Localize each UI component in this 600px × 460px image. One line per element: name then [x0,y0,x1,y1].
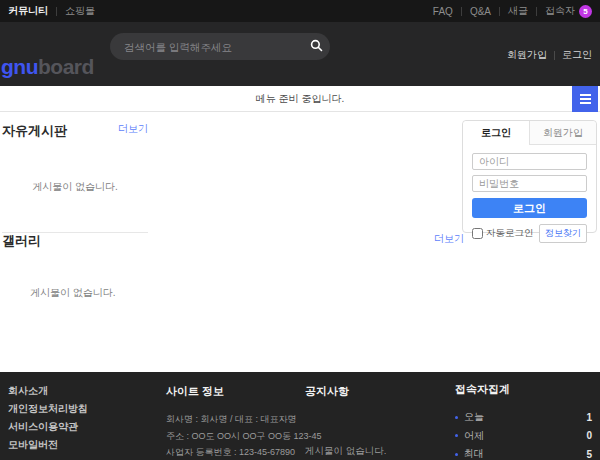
auto-login-label: 자동로그인 [486,227,534,240]
footer-link-mobile[interactable]: 모바일버전 [8,438,88,452]
footer-visitors-column: 접속자집계 오늘 1 어제 0 최대 5 [455,382,595,460]
site-footer: 회사소개 개인정보처리방침 서비스이용약관 모바일버전 사이트 정보 회사명 :… [0,372,600,460]
main-menu-bar: 메뉴 준비 중입니다. [0,86,600,112]
visitor-stat-label: 최대 [464,447,586,460]
notice-title: 공지사항 [305,384,435,399]
find-info-button[interactable]: 정보찾기 [539,224,587,243]
visitor-stat-row: 어제 0 [455,429,595,443]
site-info-line: 회사명 : 회사명 / 대표 : 대표자명 [166,413,306,426]
site-info-line: 사업자 등록번호 : 123-45-67890 [166,446,306,459]
site-logo[interactable]: gnuboard [1,55,94,79]
site-info-line: 주소 : OO도 OO시 OO구 OO동 123-45 [166,430,306,443]
login-id-field[interactable] [472,153,587,170]
login-form: 로그인 자동로그인 정보찾기 [463,145,596,243]
visitor-stat-value: 0 [586,430,595,441]
visitors-title: 접속자집계 [455,382,595,397]
footer-link-terms[interactable]: 서비스이용약관 [8,420,88,434]
topbar-faq-link[interactable]: FAQ [425,6,461,17]
visitor-count-badge: 5 [579,5,592,18]
visitor-stat-label: 오늘 [464,410,586,424]
logo-part-board: board [38,55,94,78]
search-input[interactable] [110,41,302,53]
search-icon [310,39,323,55]
topbar-qna-link[interactable]: Q&A [462,6,499,17]
header-login-link[interactable]: 로그인 [555,48,592,62]
header-join-link[interactable]: 회원가입 [500,48,554,62]
login-box: 로그인 회원가입 로그인 자동로그인 정보찾기 [462,120,597,233]
auto-login-option[interactable]: 자동로그인 [472,227,534,240]
site-header: gnuboard 회원가입 로그인 [0,22,600,86]
topbar-shop-link[interactable]: 쇼핑몰 [57,4,103,18]
gallery-empty-text: 게시물이 없습니다. [2,286,464,300]
topbar-community-link[interactable]: 커뮤니티 [8,4,56,18]
footer-links-column: 회사소개 개인정보처리방침 서비스이용약관 모바일버전 [8,384,88,452]
footer-link-company[interactable]: 회사소개 [8,384,88,398]
main-content: 자유게시판 더보기 게시물이 없습니다. 갤러리 더보기 게시물이 없습니다. … [0,112,600,372]
footer-site-info-column: 사이트 정보 회사명 : 회사명 / 대표 : 대표자명 주소 : OO도 OO… [166,384,306,460]
visitor-stat-row: 오늘 1 [455,410,595,424]
bullet-icon [455,453,458,456]
visitors-label: 접속자 [545,4,575,18]
header-member-links: 회원가입 로그인 [500,48,592,62]
visitor-stat-value: 1 [586,412,595,423]
bullet-icon [455,416,458,419]
auto-login-checkbox[interactable] [472,228,483,239]
search-bar [110,33,330,60]
site-info-title: 사이트 정보 [166,384,306,399]
top-utility-bar: 커뮤니티 쇼핑몰 FAQ Q&A 새글 접속자 5 [0,0,600,22]
free-board-empty-text: 게시물이 없습니다. [2,180,148,194]
latest-board-free: 자유게시판 더보기 게시물이 없습니다. [2,122,148,233]
topbar-left-group: 커뮤니티 쇼핑몰 [8,0,103,22]
free-board-more-link[interactable]: 더보기 [118,122,148,136]
topbar-right-group: FAQ Q&A 새글 접속자 5 [425,0,592,22]
login-submit-button[interactable]: 로그인 [472,198,587,218]
footer-notice-column: 공지사항 게시물이 없습니다. [305,384,435,458]
visitor-stat-label: 어제 [464,429,586,443]
bullet-icon [455,434,458,437]
login-password-field[interactable] [472,175,587,192]
notice-empty-text: 게시물이 없습니다. [305,445,435,458]
visitor-stat-row: 최대 5 [455,447,595,460]
tab-join[interactable]: 회원가입 [529,121,596,145]
page: 커뮤니티 쇼핑몰 FAQ Q&A 새글 접속자 5 gnuboard [0,0,600,460]
footer-link-privacy[interactable]: 개인정보처리방침 [8,402,88,416]
tab-login[interactable]: 로그인 [463,121,529,145]
topbar-new-posts-link[interactable]: 새글 [500,4,536,18]
search-button[interactable] [302,33,330,60]
free-board-title: 자유게시판 [2,122,67,140]
visitor-stat-value: 5 [586,449,595,460]
gallery-title: 갤러리 [2,232,41,250]
topbar-visitors-link[interactable]: 접속자 5 [537,4,592,18]
login-tabs: 로그인 회원가입 [463,121,596,145]
latest-board-gallery: 갤러리 더보기 게시물이 없습니다. [2,232,464,300]
gallery-more-link[interactable]: 더보기 [434,232,464,246]
logo-part-gnu: gnu [1,55,38,78]
menu-toggle-button[interactable] [572,86,598,112]
menu-placeholder-text: 메뉴 준비 중입니다. [256,92,344,106]
